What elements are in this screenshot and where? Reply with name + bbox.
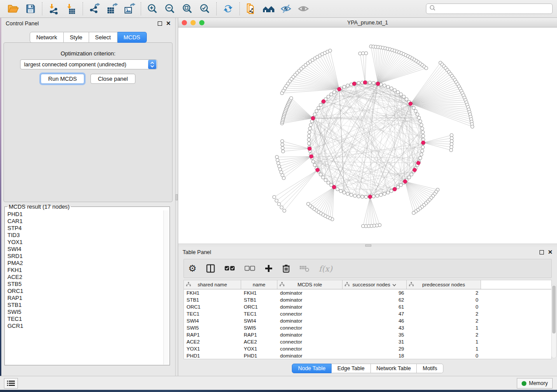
cell[interactable]: 1 xyxy=(407,324,481,331)
cell[interactable]: STB1 xyxy=(241,296,277,303)
tab-motifs[interactable]: Motifs xyxy=(417,364,443,373)
tab-network[interactable]: Network xyxy=(30,32,64,43)
zoom-selected-button[interactable] xyxy=(196,1,214,16)
delete-column-icon[interactable] xyxy=(282,264,290,273)
cell[interactable]: STB1 xyxy=(184,296,241,303)
mcds-result-item[interactable]: STP4 xyxy=(7,225,163,232)
cell[interactable]: FKH1 xyxy=(241,289,277,296)
cell[interactable]: 31 xyxy=(343,338,407,345)
cell[interactable]: 1 xyxy=(407,338,481,345)
cell[interactable]: 1 xyxy=(407,345,481,352)
cell[interactable]: 18 xyxy=(343,352,407,359)
table-row[interactable]: RAP1RAP1dominator352 xyxy=(184,331,551,338)
horizontal-splitter[interactable] xyxy=(178,244,557,247)
export-image-button[interactable] xyxy=(121,1,138,16)
cell[interactable]: 0 xyxy=(407,296,481,303)
add-column-icon[interactable] xyxy=(265,265,273,272)
close-panel-button[interactable]: Close panel xyxy=(90,74,135,84)
tab-network-table[interactable]: Network Table xyxy=(371,364,417,373)
column-header-name[interactable]: name xyxy=(241,280,277,289)
mcds-result-item[interactable]: STB5 xyxy=(7,281,163,288)
cell[interactable]: 0 xyxy=(407,303,481,310)
open-session-button[interactable] xyxy=(4,1,22,16)
mcds-result-item[interactable]: ORC1 xyxy=(7,288,163,295)
network-canvas[interactable] xyxy=(178,28,557,244)
show-all-button[interactable] xyxy=(295,1,312,16)
cell[interactable]: RAP1 xyxy=(241,331,277,338)
cell[interactable]: SWI4 xyxy=(184,317,241,324)
float-panel-icon[interactable] xyxy=(540,250,544,254)
mcds-result-item[interactable]: PMA2 xyxy=(7,260,163,267)
cell[interactable]: connector xyxy=(277,345,343,352)
cell[interactable]: connector xyxy=(277,338,343,345)
import-table-button[interactable] xyxy=(62,1,80,16)
cell[interactable]: RAP1 xyxy=(184,331,241,338)
cell[interactable]: dominator xyxy=(277,289,343,296)
cell[interactable]: FKH1 xyxy=(184,289,241,296)
cell[interactable]: TEC1 xyxy=(241,310,277,317)
mcds-result-scrollbar[interactable] xyxy=(163,210,169,364)
zoom-in-button[interactable] xyxy=(144,1,161,16)
search-input[interactable] xyxy=(436,6,550,12)
close-panel-icon[interactable]: ✕ xyxy=(166,21,171,26)
cell[interactable]: YOX1 xyxy=(184,345,241,352)
memory-button[interactable]: Memory xyxy=(517,378,553,389)
mcds-result-item[interactable]: GCR1 xyxy=(7,323,163,330)
cell[interactable]: 2 xyxy=(407,317,481,324)
mcds-result-item[interactable]: SRD1 xyxy=(7,253,163,260)
column-header-MCDS-role[interactable]: MCDS role xyxy=(277,280,343,289)
mcds-result-item[interactable]: STB1 xyxy=(7,302,163,309)
cell[interactable]: 35 xyxy=(343,331,407,338)
tab-node-table[interactable]: Node Table xyxy=(292,364,332,373)
mcds-result-item[interactable]: TEC1 xyxy=(7,316,163,323)
table-row[interactable]: FKH1FKH1dominator962 xyxy=(184,289,551,296)
cell[interactable]: 62 xyxy=(343,296,407,303)
mcds-result-item[interactable]: CAR1 xyxy=(7,218,163,225)
tab-select[interactable]: Select xyxy=(89,32,118,43)
cell[interactable]: ACE2 xyxy=(184,338,241,345)
table-scrollbar[interactable] xyxy=(551,284,557,358)
tab-style[interactable]: Style xyxy=(64,32,89,43)
cell[interactable]: ORC1 xyxy=(184,303,241,310)
close-panel-icon[interactable]: ✕ xyxy=(548,250,553,254)
table-scrollbar-thumb[interactable] xyxy=(552,285,556,334)
column-panes-icon[interactable] xyxy=(206,264,215,273)
table-row[interactable]: STB1STB1dominator620 xyxy=(184,296,551,303)
select-all-checkboxes-icon[interactable] xyxy=(225,266,235,271)
mcds-result-item[interactable]: SWI5 xyxy=(7,309,163,316)
cell[interactable]: PHD1 xyxy=(184,352,241,359)
tab-edge-table[interactable]: Edge Table xyxy=(332,364,370,373)
cell[interactable]: 2 xyxy=(407,310,481,317)
column-header-predecessor-nodes[interactable]: predecessor nodes xyxy=(407,280,481,289)
import-network-button[interactable] xyxy=(45,1,62,16)
cell[interactable]: dominator xyxy=(277,317,343,324)
cell[interactable]: 2 xyxy=(407,289,481,296)
optimization-criterion-select[interactable]: largest connected component (undirected) xyxy=(20,59,157,69)
network-window-titlebar[interactable]: YPA_prune.txt_1 xyxy=(178,18,557,28)
table-row[interactable]: PHD1PHD1dominator180 xyxy=(184,352,551,359)
cell[interactable]: dominator xyxy=(277,303,343,310)
cell[interactable]: SWI5 xyxy=(184,324,241,331)
network-graph[interactable] xyxy=(178,28,557,244)
cell[interactable]: 43 xyxy=(343,324,407,331)
cell[interactable]: 96 xyxy=(343,289,407,296)
task-history-button[interactable] xyxy=(4,378,18,389)
mcds-result-item[interactable]: TID3 xyxy=(7,232,163,239)
save-session-button[interactable] xyxy=(22,1,39,16)
mcds-result-item[interactable]: YOX1 xyxy=(7,239,163,246)
cell[interactable]: ORC1 xyxy=(241,303,277,310)
float-panel-icon[interactable] xyxy=(158,21,162,26)
cell[interactable]: 0 xyxy=(407,352,481,359)
cell[interactable]: PHD1 xyxy=(241,352,277,359)
cell[interactable]: YOX1 xyxy=(241,345,277,352)
table-row[interactable]: ACE2ACE2connector311 xyxy=(184,338,551,345)
cell[interactable]: dominator xyxy=(277,352,343,359)
run-mcds-button[interactable]: Run MCDS xyxy=(41,74,84,84)
column-header-successor-nodes[interactable]: successor nodes xyxy=(343,280,407,289)
cell[interactable]: 46 xyxy=(343,317,407,324)
cell[interactable]: 61 xyxy=(343,303,407,310)
table-row[interactable]: ORC1ORC1dominator610 xyxy=(184,303,551,310)
tab-mcds[interactable]: MCDS xyxy=(118,32,147,43)
table-row[interactable]: YOX1YOX1connector291 xyxy=(184,345,551,352)
export-network-button[interactable] xyxy=(86,1,103,16)
